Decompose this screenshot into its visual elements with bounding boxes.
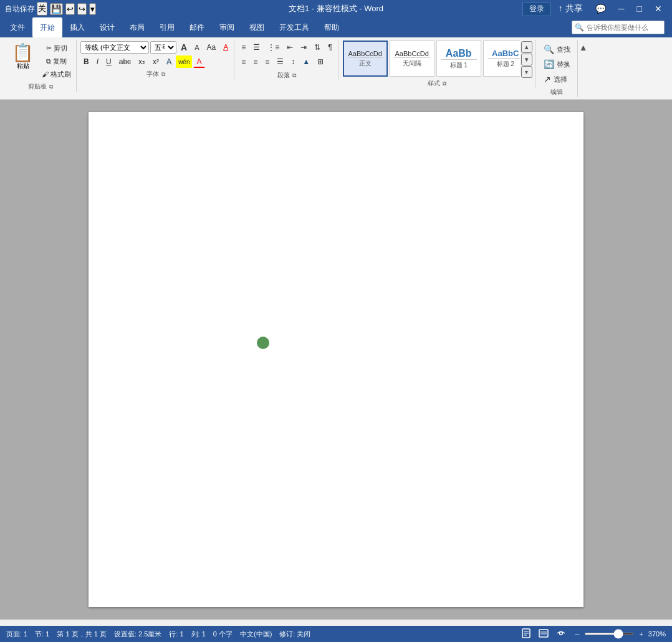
- settings-value: 设置值: 2.5厘米: [114, 630, 161, 639]
- format-painter-button[interactable]: 🖌 格式刷: [39, 69, 74, 80]
- underline-button[interactable]: U: [103, 55, 115, 68]
- subscript-button[interactable]: x₂: [135, 55, 148, 68]
- status-right: ─ + 370%: [520, 628, 666, 640]
- ribbon-collapse-button[interactable]: ▲: [579, 42, 588, 52]
- clear-format-button[interactable]: A: [220, 41, 231, 54]
- redo-button[interactable]: ↪: [77, 3, 87, 15]
- numbering-button[interactable]: ☰: [250, 41, 263, 54]
- style-normal[interactable]: AaBbCcDd 正文: [343, 41, 388, 77]
- menu-bar: 文件 开始 插入 设计 布局 引用 邮件 审阅 视图 开发工具 帮助 🔍: [0, 17, 672, 37]
- menu-design[interactable]: 设计: [92, 17, 122, 37]
- autosave-toggle[interactable]: 关: [37, 2, 47, 16]
- shrink-font-button[interactable]: A: [191, 41, 202, 54]
- menu-mailings[interactable]: 邮件: [182, 17, 212, 37]
- menu-references[interactable]: 引用: [152, 17, 182, 37]
- tell-me-search[interactable]: 🔍: [572, 21, 665, 34]
- copy-button[interactable]: ⧉ 复制: [39, 55, 74, 67]
- autosave-label: 自动保存 关: [5, 2, 47, 16]
- italic-button[interactable]: I: [94, 55, 102, 68]
- read-view-btn[interactable]: [555, 629, 567, 640]
- line-spacing-button[interactable]: ↕: [288, 55, 298, 68]
- menu-developer[interactable]: 开发工具: [272, 17, 317, 37]
- para-row-1: ≡ ☰ ⋮≡ ⇤ ⇥: [238, 41, 335, 54]
- show-marks-button[interactable]: ¶: [325, 41, 335, 54]
- menu-help[interactable]: 帮助: [317, 17, 347, 37]
- paragraph-group-label: 段落: [277, 71, 290, 80]
- page-count[interactable]: 第 1 页，共 1 页: [57, 630, 106, 639]
- align-left-button[interactable]: ≡: [238, 55, 249, 68]
- track-changes-info[interactable]: 修订: 关闭: [279, 630, 310, 639]
- styles-scroll-up[interactable]: ▲: [521, 41, 532, 53]
- sort-button[interactable]: ⇅: [311, 41, 324, 54]
- styles-more-btn[interactable]: ▾: [521, 66, 532, 78]
- paragraph-expand-icon[interactable]: ⧉: [292, 72, 296, 79]
- borders-button[interactable]: ⊞: [314, 55, 327, 68]
- comments-button[interactable]: 💬: [590, 2, 611, 15]
- bullets-button[interactable]: ≡: [238, 41, 249, 54]
- print-layout-view-btn[interactable]: [520, 628, 532, 640]
- decrease-indent-button[interactable]: ⇤: [284, 41, 296, 54]
- paste-button[interactable]: 📋 粘贴: [7, 42, 38, 72]
- styles-gallery: AaBbCcDd 正文 AaBbCcDd 无间隔 AaBb 标题 1 AaBbC…: [342, 40, 520, 77]
- web-view-btn[interactable]: [537, 629, 550, 640]
- customize-quickaccess-button[interactable]: ▾: [89, 3, 96, 15]
- font-color-button[interactable]: A: [193, 55, 204, 68]
- style-heading1[interactable]: AaBb 标题 1: [436, 41, 481, 77]
- select-button[interactable]: ↗ 选择: [539, 72, 575, 86]
- change-case-button[interactable]: Aa: [204, 41, 219, 54]
- paste-icon: 📋: [12, 44, 34, 62]
- cut-button[interactable]: ✂ 剪切: [39, 42, 74, 54]
- find-button[interactable]: 🔍 查找: [539, 42, 575, 56]
- undo-button[interactable]: ↩: [65, 3, 75, 15]
- justify-button[interactable]: ☰: [274, 55, 287, 68]
- font-row-2: B I U abc x₂ x² A wén A: [80, 55, 231, 68]
- style-no-spacing[interactable]: AaBbCcDd 无间隔: [390, 41, 434, 77]
- menu-review[interactable]: 审阅: [212, 17, 242, 37]
- menu-layout[interactable]: 布局: [122, 17, 152, 37]
- font-size-select[interactable]: 五号: [150, 41, 176, 54]
- clipboard-group-label: 剪贴板: [28, 82, 47, 91]
- window-title: 文档1 - 兼容性模式 - Word: [289, 3, 383, 14]
- styles-expand-icon[interactable]: ⧉: [443, 80, 446, 87]
- text-highlight-button[interactable]: wén: [176, 55, 192, 68]
- editing-group: 🔍 查找 🔄 替换 ↗ 选择 编辑: [537, 40, 578, 97]
- replace-button[interactable]: 🔄 替换: [539, 57, 575, 71]
- menu-insert[interactable]: 插入: [62, 17, 92, 37]
- shading-button[interactable]: ▲: [299, 55, 313, 68]
- align-center-button[interactable]: ≡: [250, 55, 261, 68]
- menu-view[interactable]: 视图: [242, 17, 272, 37]
- signin-button[interactable]: 登录: [522, 2, 551, 16]
- menu-home[interactable]: 开始: [32, 17, 62, 37]
- align-right-icon: ≡: [265, 57, 269, 66]
- style-nospace-label: 无间隔: [394, 57, 430, 68]
- minimize-button[interactable]: ─: [613, 2, 630, 15]
- menu-file[interactable]: 文件: [2, 17, 32, 37]
- document-page[interactable]: [89, 112, 583, 607]
- clipboard-group: 📋 粘贴 ✂ 剪切 ⧉ 复制 🖌: [5, 40, 77, 92]
- style-heading2[interactable]: AaBbC 标题 2: [483, 41, 520, 77]
- font-name-select[interactable]: 等线 (中文正文: [80, 41, 149, 54]
- read-view-icon: [556, 629, 566, 638]
- share-button[interactable]: ↑ 共享: [554, 2, 588, 16]
- increase-indent-button[interactable]: ⇥: [297, 41, 310, 54]
- restore-button[interactable]: □: [632, 2, 647, 15]
- char-count[interactable]: 0 个字: [213, 630, 233, 639]
- bold-button[interactable]: B: [80, 55, 92, 68]
- text-effects-button[interactable]: A: [163, 55, 175, 68]
- zoom-slider[interactable]: [584, 633, 634, 635]
- clipboard-expand-icon[interactable]: ⧉: [49, 84, 53, 90]
- section-info[interactable]: 节: 1: [35, 630, 49, 639]
- status-left: 页面: 1 节: 1 第 1 页，共 1 页 设置值: 2.5厘米 行: 1 列…: [6, 630, 310, 639]
- grow-font-button[interactable]: A: [178, 41, 190, 54]
- styles-scroll-down[interactable]: ▼: [521, 54, 532, 65]
- align-right-button[interactable]: ≡: [262, 55, 272, 68]
- superscript-button[interactable]: x²: [150, 55, 162, 68]
- language-info[interactable]: 中文(中国): [240, 630, 272, 639]
- font-expand-icon[interactable]: ⧉: [161, 71, 165, 78]
- strikethrough-button[interactable]: abc: [116, 55, 134, 68]
- close-button[interactable]: ✕: [650, 2, 667, 15]
- multilevel-button[interactable]: ⋮≡: [264, 41, 282, 54]
- search-input[interactable]: [587, 24, 661, 31]
- save-button[interactable]: 💾: [50, 3, 63, 15]
- page-info[interactable]: 页面: 1: [6, 630, 27, 639]
